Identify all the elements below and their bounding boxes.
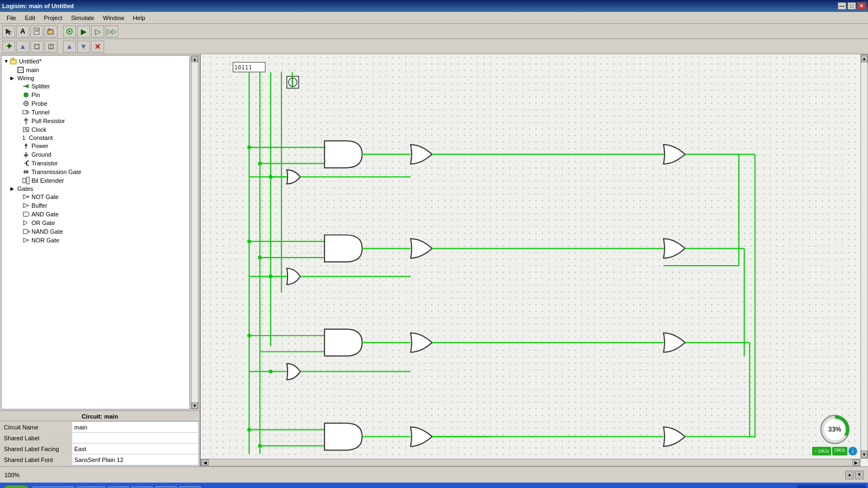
prop-label-circuit-name: Circuit Name (2, 422, 72, 433)
tree-item-pullresistor[interactable]: Pull Resistor (3, 117, 188, 125)
zoom-scroll-down[interactable]: ▼ (855, 471, 864, 479)
move-down-button[interactable]: ▼ (77, 41, 90, 53)
status-controls[interactable]: ▲ ▼ (845, 471, 864, 479)
tree-label-clock: Clock (31, 126, 47, 133)
square2-button[interactable] (44, 41, 58, 53)
v-scrollbar[interactable]: ▲ ▼ (860, 54, 868, 459)
tree-label-gates: Gates (17, 185, 33, 192)
tree-item-power[interactable]: Power (3, 142, 188, 150)
tree-item-tgate[interactable]: Transmission Gate (3, 168, 188, 176)
svg-point-104 (258, 444, 262, 448)
tree-item-nandgate[interactable]: NAND Gate (3, 227, 188, 236)
tree-label-splitter: Splitter (31, 83, 50, 89)
statusbar: 100% ▲ ▼ (0, 466, 868, 483)
svg-marker-0 (6, 29, 11, 35)
menu-help[interactable]: Help (129, 14, 150, 22)
zoom-indicator: 33% ↑OK/s OK/s i (812, 413, 857, 455)
tree-item-constant[interactable]: 1· Constant (3, 134, 188, 142)
tree-item-clock[interactable]: Clock (3, 125, 188, 134)
scroll-up-canvas[interactable]: ▲ (861, 55, 867, 62)
move-up-button[interactable]: ▲ (63, 41, 76, 53)
tree-item-buffer[interactable]: Buffer (3, 201, 188, 210)
prop-value-shared-label-font[interactable]: SansSerif Plain 12 (72, 454, 199, 465)
splitter-icon (22, 82, 30, 90)
prop-label-shared-label-facing: Shared Label Facing (2, 444, 72, 454)
toolbar-main: A ▶ ▷ ▷▷ (0, 24, 868, 39)
tree-item-ground[interactable]: Ground (3, 150, 188, 159)
tree-scrollbar[interactable]: ▲ ▼ (191, 55, 199, 409)
probe-icon (22, 100, 30, 107)
menu-window[interactable]: Window (99, 14, 129, 22)
new-button[interactable] (30, 25, 43, 37)
tree-item-andgate[interactable]: AND Gate (3, 210, 188, 219)
start-button[interactable]: Start (2, 485, 30, 488)
fast-run-button[interactable]: ▷▷ (105, 25, 118, 37)
menu-file[interactable]: File (2, 14, 21, 22)
v-scroll-track (861, 62, 867, 451)
text-tool[interactable]: A (16, 25, 29, 37)
prop-label-shared-label: Shared Label (2, 433, 72, 444)
notgate-icon (22, 193, 30, 201)
tree-label-bitextender: Bit Extender (31, 177, 64, 184)
add-tool[interactable]: ✦ (2, 41, 15, 53)
tree-item-orgate[interactable]: OR Gate (3, 219, 188, 227)
svg-point-47 (28, 231, 30, 233)
prop-row-shared-label-facing: Shared Label Facing East (2, 444, 199, 454)
scroll-down[interactable]: ▼ (192, 402, 198, 409)
tree-item-bitextender[interactable]: Bit Extender (3, 176, 188, 185)
scroll-down-canvas[interactable]: ▼ (861, 451, 867, 458)
tree-label-pin: Pin (31, 92, 40, 98)
scroll-left[interactable]: ◀ (201, 459, 209, 466)
zoom-scroll-up[interactable]: ▲ (845, 471, 854, 479)
tree-item-gates[interactable]: ▶ Gates (3, 185, 188, 192)
window-controls[interactable]: — □ ✕ (838, 2, 866, 10)
menu-edit[interactable]: Edit (21, 14, 40, 22)
info-button[interactable]: i (848, 447, 857, 455)
simulate-button[interactable] (63, 25, 76, 37)
title-text: Logisim: main of Untitled (2, 3, 74, 9)
tree-label-constant: Constant (29, 134, 53, 141)
svg-point-105 (269, 175, 272, 179)
menu-simulate[interactable]: Simulate (67, 14, 99, 22)
square1-button[interactable] (30, 41, 43, 53)
delete-button[interactable]: ✕ (91, 41, 104, 53)
open-button[interactable] (44, 25, 58, 37)
power-icon (22, 142, 30, 150)
tree-label-notgate: NOT Gate (31, 194, 59, 200)
scroll-up[interactable]: ▲ (192, 56, 198, 62)
tree-label-nandgate: NAND Gate (31, 228, 63, 235)
close-button[interactable]: ✕ (857, 2, 866, 10)
minimize-button[interactable]: — (838, 2, 846, 10)
h-scrollbar[interactable]: ◀ ▶ (201, 459, 860, 466)
tree-item-pin[interactable]: Pin (3, 91, 188, 99)
tree-item-wiring[interactable]: ▶ Wiring (3, 74, 188, 82)
menu-project[interactable]: Project (40, 14, 67, 22)
tree-item-main[interactable]: main (3, 66, 188, 74)
prop-value-shared-label[interactable] (72, 433, 199, 444)
tree-label-orgate: OR Gate (31, 220, 55, 226)
up-button[interactable]: ▲ (16, 41, 29, 53)
tree-label-pullresistor: Pull Resistor (31, 118, 65, 124)
pointer-tool[interactable] (2, 25, 15, 37)
tree-item-probe[interactable]: Probe (3, 99, 188, 108)
tree-item-splitter[interactable]: Splitter (3, 82, 188, 91)
scroll-right[interactable]: ▶ (852, 459, 860, 466)
tree-item-notgate[interactable]: NOT Gate (3, 192, 188, 201)
tree-label-andgate: AND Gate (31, 211, 59, 217)
menubar: File Edit Project Simulate Window Help (0, 12, 868, 24)
component-tree[interactable]: ▼ Untitled* main ▶ Wiring Spli (1, 55, 190, 409)
step-button[interactable]: ▶ (77, 25, 90, 37)
svg-point-98 (247, 145, 251, 149)
maximize-button[interactable]: □ (847, 2, 856, 10)
prop-value-circuit-name[interactable]: main (72, 422, 199, 433)
tree-label-untitled: Untitled* (19, 58, 42, 65)
canvas-area[interactable]: 10111 (201, 54, 868, 466)
tree-item-tunnel[interactable]: Tunnel (3, 108, 188, 117)
svg-point-20 (24, 93, 28, 97)
prop-value-shared-label-facing[interactable]: East (72, 444, 199, 454)
tree-item-norgate[interactable]: NOR Gate (3, 236, 188, 245)
svg-rect-5 (48, 30, 53, 34)
run-button[interactable]: ▷ (91, 25, 104, 37)
tree-item-transistor[interactable]: Transistor (3, 159, 188, 168)
tree-item-untitled[interactable]: ▼ Untitled* (3, 57, 188, 66)
